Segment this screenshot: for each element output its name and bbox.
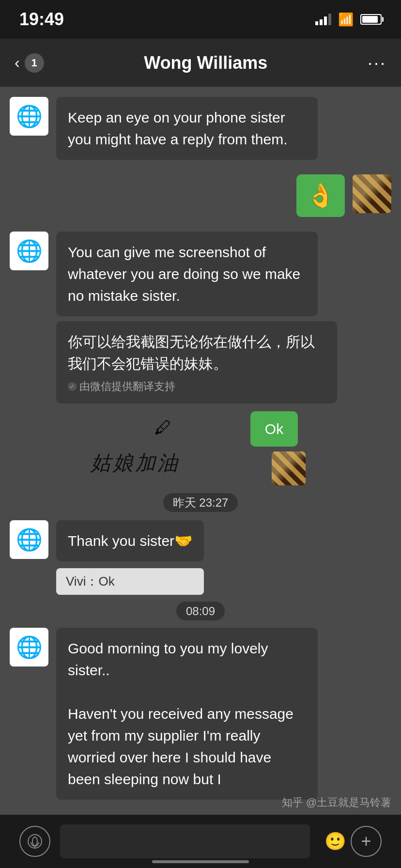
translation-text: 你可以给我截图无论你在做什么，所以我们不会犯错误的妹妹。 — [68, 331, 325, 374]
watermark: 知乎 @土豆就是马铃薯 — [282, 795, 391, 810]
home-indicator — [152, 860, 249, 863]
message-bubble: Keep an eye on your phone sister you mig… — [56, 97, 318, 160]
add-button[interactable]: + — [351, 826, 382, 857]
divider-text: 昨天 23:27 — [163, 493, 238, 512]
status-time: 19:49 — [19, 9, 64, 30]
sent-ok-bubble: Ok — [250, 411, 298, 447]
message-text: Good morning to you my lovely sister..Ha… — [68, 640, 293, 787]
message-text: Thank you sister🤝 — [68, 533, 192, 549]
avatar: 🌐 — [10, 628, 48, 666]
avatar: 🌐 — [10, 232, 48, 270]
sent-emoji-bubble: 👌 — [296, 174, 345, 217]
handwriting-emoji: 🖊 — [154, 418, 172, 438]
avatar: 🌐 — [10, 97, 48, 136]
chat-title: Wong Williams — [144, 53, 267, 73]
header: ‹ 1 Wong Williams ··· — [0, 39, 401, 87]
sent-avatar-2 — [272, 451, 306, 485]
avatar: 🌐 — [10, 520, 48, 559]
handwriting-svg: 姑娘加油 — [86, 441, 241, 480]
message-group: Thank you sister🤝 Vivi：Ok — [56, 520, 204, 595]
message-row: 🌐 You can give me screenshot of whatever… — [10, 232, 391, 316]
message-bubble: Thank you sister🤝 — [56, 520, 204, 561]
time-divider-2: 08:09 — [10, 604, 391, 618]
translation-bubble: 你可以给我截图无论你在做什么，所以我们不会犯错误的妹妹。 ✓ 由微信提供翻译支持 — [56, 321, 337, 403]
back-button[interactable]: ‹ 1 — [15, 53, 44, 73]
status-icons: 📶 — [315, 12, 382, 27]
sent-avatar — [353, 174, 391, 213]
chat-area: 🌐 Keep an eye on your phone sister you m… — [0, 87, 401, 824]
status-bar: 19:49 📶 — [0, 0, 401, 39]
svg-point-2 — [32, 837, 37, 846]
message-row: 🌐 Good morning to you my lovely sister..… — [10, 628, 391, 800]
translation-note: ✓ 由微信提供翻译支持 — [68, 379, 325, 394]
time-divider: 昨天 23:27 — [10, 495, 391, 511]
voice-button[interactable] — [19, 826, 50, 857]
signal-icon — [315, 14, 331, 25]
notification-badge: 1 — [25, 53, 44, 73]
vivi-reply: Vivi：Ok — [56, 568, 204, 595]
message-bubble: You can give me screenshot of whatever y… — [56, 232, 318, 316]
message-text: You can give me screenshot of whatever y… — [68, 244, 300, 304]
svg-text:姑娘加油: 姑娘加油 — [90, 452, 180, 474]
wifi-icon: 📶 — [338, 12, 354, 27]
translation-source: 由微信提供翻译支持 — [79, 379, 175, 394]
more-button[interactable]: ··· — [368, 53, 386, 73]
message-row: 🌐 Thank you sister🤝 Vivi：Ok — [10, 520, 391, 595]
message-bubble: Good morning to you my lovely sister..Ha… — [56, 628, 318, 800]
battery-icon — [360, 14, 382, 25]
divider-text-2: 08:09 — [176, 602, 225, 620]
emoji-button[interactable]: 🙂 — [320, 826, 351, 857]
handwriting-row: 🖊 姑娘加油 Ok — [10, 411, 391, 485]
message-row: 👌 — [10, 174, 391, 217]
message-input[interactable] — [60, 824, 310, 858]
message-row: 🌐 Keep an eye on your phone sister you m… — [10, 97, 391, 160]
back-arrow-icon: ‹ — [15, 54, 20, 72]
message-text: Keep an eye on your phone sister you mig… — [68, 109, 288, 147]
vivi-reply-text: Vivi：Ok — [66, 574, 115, 589]
